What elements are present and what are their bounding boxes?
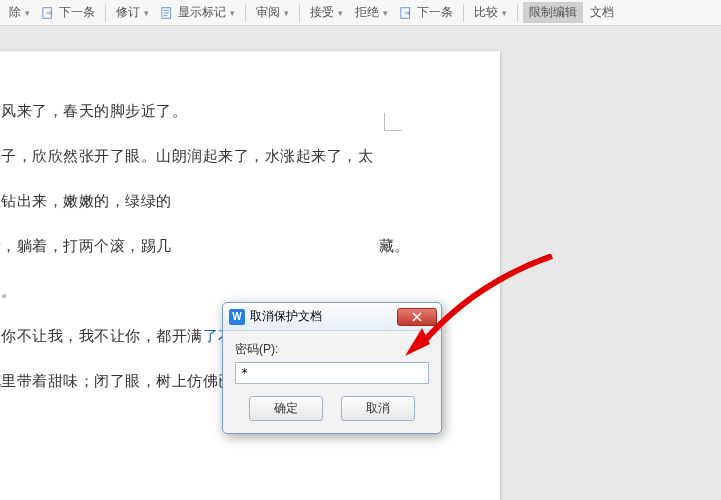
markup-icon [161,6,175,20]
next-button-1[interactable]: 下一条 [37,3,100,22]
compare-button[interactable]: 比较▾ [469,3,512,22]
margin-corner-mark [384,113,402,131]
dialog-titlebar[interactable]: W 取消保护文档 [223,303,441,331]
show-markup-button[interactable]: 显示标记▾ [156,3,240,22]
next-icon [400,6,414,20]
reject-label: 拒绝 [355,4,379,21]
restrict-editing-button[interactable]: 限制编辑 [523,2,583,23]
dialog-title-text: 取消保护文档 [250,308,322,325]
doc-label: 文档 [590,4,614,21]
compare-label: 比较 [474,4,498,21]
dialog-body: 密码(P): 确定 取消 [223,331,441,433]
revise-label: 修订 [116,4,140,21]
review-label: 审阅 [256,4,280,21]
next-button-2[interactable]: 下一条 [395,3,458,22]
next2-label: 下一条 [417,4,453,21]
revise-button[interactable]: 修订▾ [111,3,154,22]
unprotect-document-dialog: W 取消保护文档 密码(P): 确定 取消 [222,302,442,434]
separator [299,4,300,22]
doc-paragraph: 的样子，欣欣然张开了眼。山朗润起来了，水涨起来了，太 [0,136,460,175]
ok-button[interactable]: 确定 [249,396,323,421]
separator [245,4,246,22]
doc-paragraph: 地里钻出来，嫩嫩的，绿绿的 [0,181,460,220]
restrict-label: 限制编辑 [529,4,577,21]
app-icon: W [229,309,245,325]
show-markup-label: 显示标记 [178,4,226,21]
close-icon [411,312,423,322]
separator [517,4,518,22]
next-icon [42,6,56,20]
separator [105,4,106,22]
cancel-button[interactable]: 取消 [341,396,415,421]
next1-label: 下一条 [59,4,95,21]
separator [463,4,464,22]
document-area: ，东风来了，春天的脚步近了。 的样子，欣欣然张开了眼。山朗润起来了，水涨起来了，… [0,26,721,500]
ribbon-toolbar: 除▾ 下一条 修订▾ 显示标记▾ 审阅▾ 接受▾ 拒绝▾ 下一条 比较▾ 限制编… [0,0,721,26]
delete-button[interactable]: 除▾ [4,3,35,22]
accept-button[interactable]: 接受▾ [305,3,348,22]
delete-label: 除 [9,4,21,21]
doc-paragraph: 坐着，躺着，打两个滚，踢几 藏。 [0,226,460,265]
close-button[interactable] [397,308,437,326]
password-input[interactable] [235,362,429,384]
reject-button[interactable]: 拒绝▾ [350,3,393,22]
password-label: 密码(P): [235,341,429,358]
accept-label: 接受 [310,4,334,21]
document-button[interactable]: 文档 [585,3,619,22]
review-button[interactable]: 审阅▾ [251,3,294,22]
